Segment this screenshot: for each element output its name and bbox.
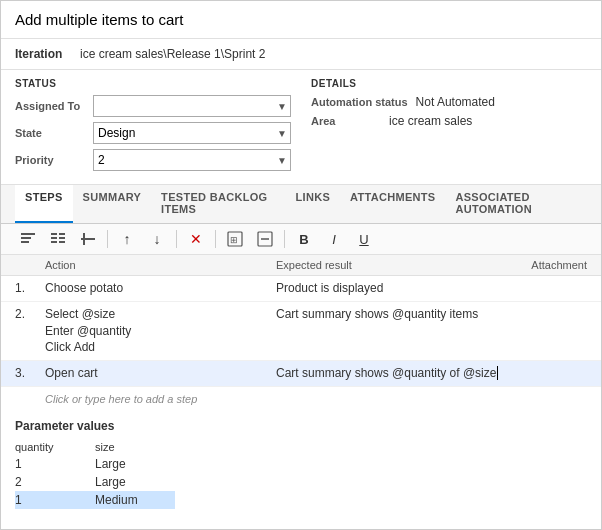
tabs-bar: STEPS SUMMARY TESTED BACKLOG ITEMS LINKS…	[1, 185, 601, 224]
bold-icon: B	[299, 232, 308, 247]
area-row: Area ice cream sales	[311, 114, 587, 128]
automation-status-row: Automation status Not Automated	[311, 95, 587, 109]
dialog: Add multiple items to cart Iteration ice…	[0, 0, 602, 530]
details-section-label: DETAILS	[311, 78, 587, 89]
tab-steps[interactable]: STEPS	[15, 185, 73, 223]
add-test-step-button[interactable]	[15, 228, 41, 250]
step-action-3: Open cart	[45, 365, 276, 382]
tab-associated-automation[interactable]: ASSOCIATED AUTOMATION	[445, 185, 587, 223]
priority-select[interactable]: 2	[93, 149, 291, 171]
insert-action-param-button[interactable]: ⊞	[222, 228, 248, 250]
move-up-button[interactable]: ↑	[114, 228, 140, 250]
svg-rect-7	[51, 241, 57, 243]
param-quantity-3: 1	[15, 491, 95, 509]
underline-button[interactable]: U	[351, 228, 377, 250]
toolbar-separator-4	[284, 230, 285, 248]
delete-icon: ✕	[190, 231, 202, 247]
state-select-wrapper[interactable]: Design ▼	[93, 122, 291, 144]
svg-rect-2	[21, 241, 29, 243]
svg-rect-5	[51, 237, 57, 239]
assigned-to-row: Assigned To ▼	[15, 95, 291, 117]
svg-rect-0	[21, 233, 35, 235]
fields-section: STATUS Assigned To ▼ State Design ▼	[1, 70, 601, 185]
iteration-label: Iteration	[15, 47, 70, 61]
priority-label: Priority	[15, 154, 85, 166]
col-header-num	[15, 259, 45, 271]
parameter-values-title: Parameter values	[15, 419, 587, 433]
add-shared-step-button[interactable]	[45, 228, 71, 250]
italic-button[interactable]: I	[321, 228, 347, 250]
parameter-values-table: quantity size 1 Large 2 Large 1 Medium	[15, 439, 175, 509]
step-num-1: 1.	[15, 280, 45, 295]
param-col-size: size	[95, 439, 175, 455]
step-action-1: Choose potato	[45, 280, 276, 297]
toolbar-separator-2	[176, 230, 177, 248]
steps-toolbar: ↑ ↓ ✕ ⊞ B I U	[1, 224, 601, 255]
toolbar-separator-1	[107, 230, 108, 248]
tab-attachments[interactable]: ATTACHMENTS	[340, 185, 445, 223]
parameter-values-section: Parameter values quantity size 1 Large 2…	[1, 411, 601, 517]
svg-rect-10	[83, 233, 85, 245]
param-size-2: Large	[95, 473, 175, 491]
table-row[interactable]: 2. Select @sizeEnter @quantityClick Add …	[1, 302, 601, 361]
table-row[interactable]: 2 Large	[15, 473, 175, 491]
toolbar-separator-3	[215, 230, 216, 248]
tab-summary[interactable]: SUMMARY	[73, 185, 152, 223]
col-header-action: Action	[45, 259, 276, 271]
table-row[interactable]: 3. Open cart Cart summary shows @quantit…	[1, 361, 601, 387]
assigned-to-select-wrapper[interactable]: ▼	[93, 95, 291, 117]
bold-button[interactable]: B	[291, 228, 317, 250]
delete-button[interactable]: ✕	[183, 228, 209, 250]
svg-rect-6	[59, 237, 65, 239]
param-size-3: Medium	[95, 491, 175, 509]
table-row[interactable]: 1. Choose potato Product is displayed	[1, 276, 601, 302]
tab-links[interactable]: LINKS	[286, 185, 341, 223]
step-expected-3: Cart summary shows @quantity of @size	[276, 365, 507, 382]
svg-text:⊞: ⊞	[230, 235, 238, 245]
status-fields: STATUS Assigned To ▼ State Design ▼	[15, 78, 291, 176]
add-step-hint[interactable]: Click or type here to add a step	[1, 387, 601, 411]
insert-action-param-icon: ⊞	[227, 231, 243, 247]
step-expected-2: Cart summary shows @quantity items	[276, 306, 507, 323]
table-row[interactable]: 1 Medium	[15, 491, 175, 509]
steps-table-header: Action Expected result Attachment	[1, 255, 601, 276]
automation-status-label: Automation status	[311, 96, 408, 108]
add-test-step-icon	[20, 231, 36, 247]
step-action-2: Select @sizeEnter @quantityClick Add	[45, 306, 276, 356]
area-value: ice cream sales	[389, 114, 472, 128]
svg-rect-1	[21, 237, 31, 239]
step-expected-1: Product is displayed	[276, 280, 507, 297]
assigned-to-label: Assigned To	[15, 100, 85, 112]
priority-select-wrapper[interactable]: 2 ▼	[93, 149, 291, 171]
table-row[interactable]: 1 Large	[15, 455, 175, 473]
svg-rect-8	[59, 241, 65, 243]
details-fields: DETAILS Automation status Not Automated …	[311, 78, 587, 176]
dialog-title: Add multiple items to cart	[1, 1, 601, 39]
move-down-button[interactable]: ↓	[144, 228, 170, 250]
insert-expected-param-button[interactable]	[252, 228, 278, 250]
priority-row: Priority 2 ▼	[15, 149, 291, 171]
italic-icon: I	[332, 232, 336, 247]
insert-step-button[interactable]	[75, 228, 101, 250]
state-row: State Design ▼	[15, 122, 291, 144]
tab-tested-backlog-items[interactable]: TESTED BACKLOG ITEMS	[151, 185, 285, 223]
iteration-section: Iteration ice cream sales\Release 1\Spri…	[1, 39, 601, 70]
assigned-to-select[interactable]	[93, 95, 291, 117]
step-num-2: 2.	[15, 306, 45, 321]
insert-step-icon	[80, 231, 96, 247]
area-label: Area	[311, 115, 381, 127]
move-down-icon: ↓	[154, 231, 161, 247]
col-header-expected: Expected result	[276, 259, 507, 271]
param-quantity-1: 1	[15, 455, 95, 473]
state-select[interactable]: Design	[93, 122, 291, 144]
underline-icon: U	[359, 232, 368, 247]
step-num-3: 3.	[15, 365, 45, 380]
param-size-1: Large	[95, 455, 175, 473]
state-label: State	[15, 127, 85, 139]
add-shared-step-icon	[50, 231, 66, 247]
automation-status-value: Not Automated	[416, 95, 495, 109]
svg-rect-3	[51, 233, 57, 235]
iteration-value: ice cream sales\Release 1\Sprint 2	[80, 47, 265, 61]
param-col-quantity: quantity	[15, 439, 95, 455]
param-quantity-2: 2	[15, 473, 95, 491]
